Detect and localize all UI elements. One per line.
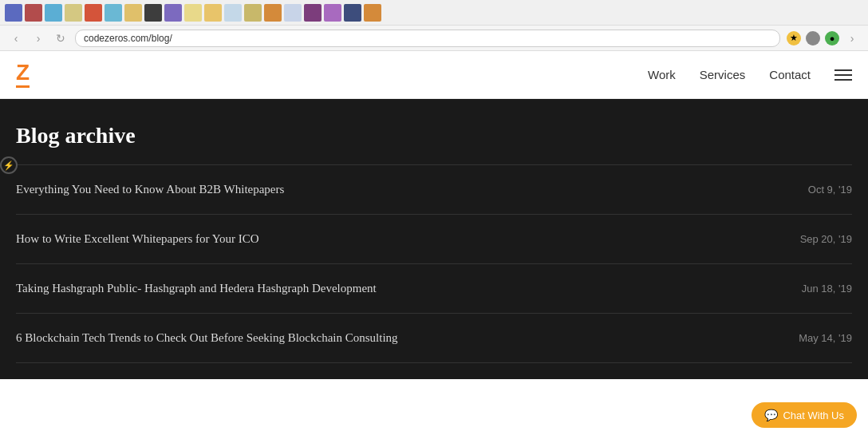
color-swatch xyxy=(164,4,182,22)
color-swatch xyxy=(105,4,122,22)
address-bar[interactable]: codezeros.com/blog/ xyxy=(75,30,780,47)
nav-services[interactable]: Services xyxy=(700,68,746,81)
blog-item-title: How to Write Excellent Whitepapers for Y… xyxy=(16,232,259,246)
blog-item-date: Oct 9, '19 xyxy=(808,184,852,196)
site-nav: Work Services Contact xyxy=(648,68,852,81)
color-swatch xyxy=(85,4,102,22)
chat-label: Chat With Us xyxy=(783,409,844,421)
color-swatch xyxy=(65,4,82,22)
extension-icon-2[interactable]: ● xyxy=(825,31,839,45)
more-button[interactable]: › xyxy=(844,30,860,46)
refresh-button[interactable]: ↻ xyxy=(53,30,69,46)
color-swatch xyxy=(264,4,282,22)
site-header: Z Work Services Contact xyxy=(0,51,868,99)
hamburger-menu[interactable] xyxy=(834,69,852,81)
color-swatch xyxy=(124,4,142,22)
page-title: Blog archive xyxy=(16,123,852,148)
color-swatch xyxy=(284,4,302,22)
chat-icon: 💬 xyxy=(764,409,778,421)
color-swatch xyxy=(304,4,322,22)
browser-bar: ‹ › ↻ codezeros.com/blog/ ★ ● › xyxy=(0,26,868,51)
color-swatch xyxy=(224,4,242,22)
blog-list-item[interactable]: Everything You Need to Know About B2B Wh… xyxy=(16,164,852,215)
color-swatch xyxy=(25,4,42,22)
color-swatch xyxy=(344,4,361,22)
blog-item-date: Sep 20, '19 xyxy=(800,233,852,245)
extension-icon-1[interactable] xyxy=(806,31,820,45)
color-swatch xyxy=(204,4,222,22)
logo[interactable]: Z xyxy=(16,61,30,88)
blog-item-date: Jun 18, '19 xyxy=(802,283,852,295)
chat-button[interactable]: 💬 Chat With Us xyxy=(752,402,857,428)
color-swatch xyxy=(324,4,341,22)
color-swatch xyxy=(45,4,62,22)
color-swatch xyxy=(5,4,22,22)
blog-item-title: Everything You Need to Know About B2B Wh… xyxy=(16,183,284,196)
color-swatch xyxy=(244,4,262,22)
color-swatch xyxy=(364,4,381,22)
blog-list: Everything You Need to Know About B2B Wh… xyxy=(16,164,852,363)
main-content: Blog archive ⚡ Everything You Need to Kn… xyxy=(0,99,868,379)
color-swatch xyxy=(144,4,162,22)
blog-list-item[interactable]: How to Write Excellent Whitepapers for Y… xyxy=(16,215,852,264)
browser-actions: ★ ● › xyxy=(787,30,860,46)
blog-item-title: 6 Blockchain Tech Trends to Check Out Be… xyxy=(16,331,398,345)
nav-work[interactable]: Work xyxy=(648,68,676,81)
blog-list-item[interactable]: Taking Hashgraph Public- Hashgraph and H… xyxy=(16,264,852,314)
lightning-badge: ⚡ xyxy=(0,156,18,174)
color-swatch xyxy=(184,4,202,22)
blog-list-item[interactable]: 6 Blockchain Tech Trends to Check Out Be… xyxy=(16,314,852,363)
color-bar xyxy=(0,0,868,26)
back-button[interactable]: ‹ xyxy=(8,30,24,46)
forward-button[interactable]: › xyxy=(30,30,46,46)
star-icon[interactable]: ★ xyxy=(787,31,801,45)
nav-contact[interactable]: Contact xyxy=(769,68,811,81)
blog-item-date: May 14, '19 xyxy=(799,332,852,344)
blog-item-title: Taking Hashgraph Public- Hashgraph and H… xyxy=(16,282,377,295)
url-text: codezeros.com/blog/ xyxy=(84,33,172,44)
